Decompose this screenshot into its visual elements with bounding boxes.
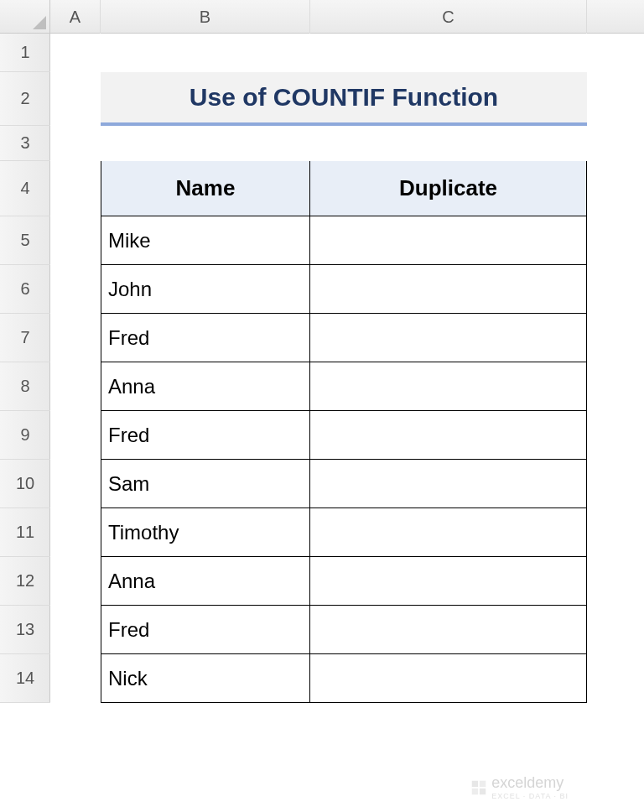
cell-duplicate[interactable] <box>310 654 587 703</box>
cell-A7[interactable] <box>50 314 101 362</box>
cell-A11[interactable] <box>50 508 101 557</box>
cell-name[interactable]: Anna <box>101 362 310 411</box>
cell-A6[interactable] <box>50 265 101 314</box>
cell-name[interactable]: Nick <box>101 654 310 703</box>
watermark-brand: exceldemy <box>491 774 564 791</box>
cell-name[interactable]: Anna <box>101 557 310 606</box>
cell-A2[interactable] <box>50 72 101 126</box>
watermark: exceldemy EXCEL · DATA · BI <box>470 774 569 800</box>
cell-A12[interactable] <box>50 557 101 606</box>
watermark-tag: EXCEL · DATA · BI <box>491 792 569 800</box>
cell-C3[interactable] <box>310 126 587 161</box>
row-header-7[interactable]: 7 <box>0 314 50 362</box>
svg-rect-3 <box>472 788 478 794</box>
svg-rect-1 <box>472 780 478 786</box>
cell-duplicate[interactable] <box>310 362 587 411</box>
cell-A8[interactable] <box>50 362 101 411</box>
row-header-13[interactable]: 13 <box>0 606 50 654</box>
svg-marker-0 <box>33 16 46 29</box>
row-header-5[interactable]: 5 <box>0 216 50 265</box>
row-header-2[interactable]: 2 <box>0 72 50 126</box>
title-cell[interactable]: Use of COUNTIF Function <box>101 72 587 126</box>
watermark-icon <box>470 778 488 797</box>
svg-rect-4 <box>480 788 486 794</box>
cell-duplicate[interactable] <box>310 557 587 606</box>
cell-A14[interactable] <box>50 654 101 703</box>
cell-C1[interactable] <box>310 34 587 72</box>
cell-A9[interactable] <box>50 411 101 460</box>
cell-name[interactable]: Sam <box>101 460 310 508</box>
cell-duplicate[interactable] <box>310 411 587 460</box>
row-headers: 1 2 3 4 5 6 7 8 9 10 11 12 13 14 <box>0 34 50 703</box>
row-header-4[interactable]: 4 <box>0 161 50 216</box>
row-header-8[interactable]: 8 <box>0 362 50 411</box>
cell-name[interactable]: Timothy <box>101 508 310 557</box>
svg-rect-2 <box>480 780 486 786</box>
row-header-6[interactable]: 6 <box>0 265 50 314</box>
spreadsheet: A B C 1 2 3 4 5 6 7 8 9 10 11 12 13 14 U… <box>0 0 644 812</box>
row-header-9[interactable]: 9 <box>0 411 50 460</box>
cell-A13[interactable] <box>50 606 101 654</box>
column-header-B[interactable]: B <box>101 0 310 34</box>
cell-duplicate[interactable] <box>310 265 587 314</box>
column-header-A[interactable]: A <box>50 0 101 34</box>
row-header-10[interactable]: 10 <box>0 460 50 508</box>
select-all-corner[interactable] <box>0 0 50 34</box>
cell-name[interactable]: John <box>101 265 310 314</box>
cell-A10[interactable] <box>50 460 101 508</box>
cell-name[interactable]: Fred <box>101 606 310 654</box>
cell-name[interactable]: Fred <box>101 314 310 362</box>
cell-grid: Use of COUNTIF Function Name Duplicate M… <box>50 34 587 703</box>
column-headers: A B C <box>50 0 644 34</box>
cell-duplicate[interactable] <box>310 606 587 654</box>
row-header-1[interactable]: 1 <box>0 34 50 72</box>
cell-name[interactable]: Fred <box>101 411 310 460</box>
header-name[interactable]: Name <box>101 161 310 216</box>
cell-A5[interactable] <box>50 216 101 265</box>
column-header-C[interactable]: C <box>310 0 587 34</box>
row-header-12[interactable]: 12 <box>0 557 50 606</box>
cell-A4[interactable] <box>50 161 101 216</box>
cell-B1[interactable] <box>101 34 310 72</box>
cell-duplicate[interactable] <box>310 216 587 265</box>
cell-name[interactable]: Mike <box>101 216 310 265</box>
cell-duplicate[interactable] <box>310 460 587 508</box>
header-duplicate[interactable]: Duplicate <box>310 161 587 216</box>
row-header-11[interactable]: 11 <box>0 508 50 557</box>
cell-duplicate[interactable] <box>310 508 587 557</box>
cell-B3[interactable] <box>101 126 310 161</box>
cell-A3[interactable] <box>50 126 101 161</box>
row-header-14[interactable]: 14 <box>0 654 50 703</box>
row-header-3[interactable]: 3 <box>0 126 50 161</box>
cell-duplicate[interactable] <box>310 314 587 362</box>
cell-A1[interactable] <box>50 34 101 72</box>
